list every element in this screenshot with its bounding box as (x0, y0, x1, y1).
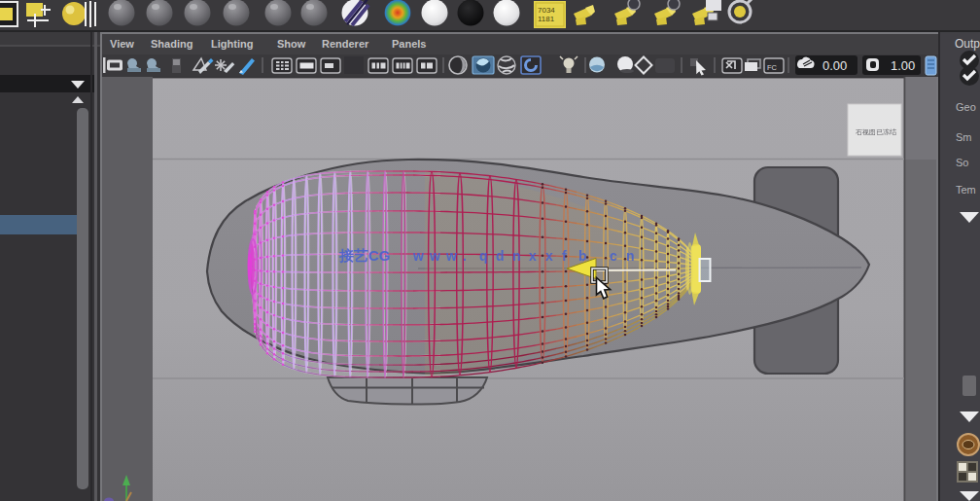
svg-text:7034: 7034 (538, 6, 555, 15)
svg-text:0.00: 0.00 (822, 58, 847, 73)
svg-text:FC: FC (767, 63, 778, 72)
svg-text:接艺CG: 接艺CG (338, 247, 391, 264)
svg-text:1181: 1181 (538, 15, 555, 23)
svg-text:右视图已冻结: 右视图已冻结 (856, 128, 896, 136)
svg-text:Tem: Tem (956, 184, 976, 196)
svg-text:So: So (956, 157, 968, 168)
svg-text:Sm: Sm (956, 131, 972, 143)
svg-text:1.00: 1.00 (891, 58, 915, 73)
svg-text:Outp: Outp (955, 37, 980, 51)
svg-text:Geo: Geo (956, 101, 976, 113)
